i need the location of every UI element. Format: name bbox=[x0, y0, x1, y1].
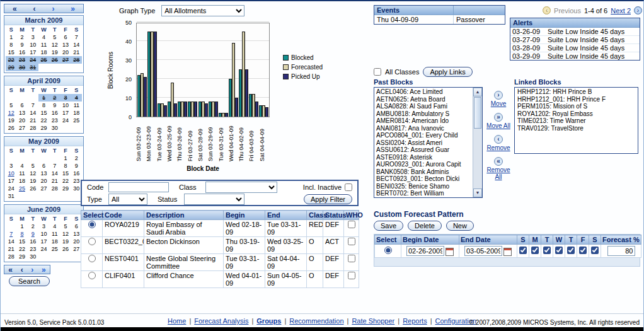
last-page-icon[interactable]: » bbox=[71, 5, 75, 13]
past-block-item[interactable]: ANAI0817: Ana Ivanovic bbox=[375, 125, 472, 132]
blocks-table-header[interactable]: Code bbox=[103, 211, 144, 220]
calendar-day[interactable]: 17 bbox=[6, 177, 16, 185]
linked-block-item[interactable]: PERM1015: Mission of S bbox=[516, 103, 636, 110]
past-block-item[interactable]: BERT0702: Bert William bbox=[375, 190, 472, 197]
calendar-day[interactable]: 11 bbox=[49, 230, 60, 238]
calendar-day[interactable]: 1 bbox=[60, 154, 71, 162]
calendar-day[interactable]: 15 bbox=[60, 170, 71, 177]
search-button[interactable]: Search bbox=[9, 276, 50, 286]
move-all-icon[interactable]: » bbox=[494, 113, 503, 122]
begin-date-input[interactable] bbox=[406, 246, 444, 256]
calendar-day[interactable]: 29 bbox=[16, 253, 27, 260]
calendar-day[interactable]: 10 bbox=[38, 230, 49, 238]
calendar-day[interactable]: 25 bbox=[71, 117, 82, 124]
calendar-day[interactable]: 24 bbox=[6, 185, 16, 192]
calendar-day[interactable]: 11 bbox=[16, 170, 27, 177]
block-select-radio[interactable] bbox=[88, 255, 96, 262]
past-block-item[interactable]: AMER0814: American Ido bbox=[375, 117, 472, 125]
first-page-icon[interactable]: « bbox=[13, 5, 17, 13]
forecast-pct-input[interactable] bbox=[607, 246, 635, 256]
calendar-day[interactable]: 8 bbox=[16, 230, 27, 238]
day-checkbox-thu[interactable] bbox=[567, 247, 575, 254]
next-month-icon[interactable]: › bbox=[52, 5, 54, 13]
new-button[interactable]: New bbox=[446, 221, 474, 231]
next-month-icon[interactable]: › bbox=[31, 266, 33, 274]
past-block-item[interactable]: BANK0508: Bank Adminis bbox=[375, 168, 472, 176]
footer-link-groups[interactable]: Groups bbox=[256, 317, 281, 325]
block-select-radio[interactable] bbox=[88, 272, 96, 279]
scroll-thumb[interactable] bbox=[474, 97, 481, 129]
remove-link[interactable]: Remove bbox=[483, 144, 514, 151]
who-checkbox[interactable] bbox=[348, 221, 355, 228]
calendar-day[interactable]: 5 bbox=[6, 102, 16, 109]
move-icon[interactable]: › bbox=[494, 91, 503, 100]
next-page-icon[interactable]: › bbox=[634, 6, 642, 15]
calendar-day[interactable]: 10 bbox=[60, 102, 71, 109]
past-block-item[interactable]: ACEL0406: Ace Limited bbox=[375, 88, 472, 96]
past-block-item[interactable]: AMBU0818: Ambulatory S bbox=[375, 110, 472, 118]
calendar-day[interactable]: 24 bbox=[38, 245, 49, 253]
blocks-table-header[interactable]: Status bbox=[323, 211, 344, 220]
who-checkbox[interactable] bbox=[348, 255, 355, 262]
calendar-day[interactable]: 4 bbox=[49, 223, 60, 230]
all-classes-checkbox[interactable] bbox=[374, 68, 381, 76]
type-select[interactable]: All bbox=[108, 194, 147, 205]
calendar-day[interactable]: 16 bbox=[28, 238, 38, 245]
calendar-day[interactable]: 30 bbox=[28, 253, 38, 260]
calendar-day[interactable]: 30 bbox=[49, 124, 60, 132]
move-all-link[interactable]: Move All bbox=[483, 122, 514, 129]
calendar-picker-icon[interactable] bbox=[503, 248, 512, 256]
calendar-day[interactable]: 18 bbox=[71, 109, 82, 117]
last-page-icon[interactable]: » bbox=[42, 266, 46, 274]
blocks-table-header[interactable]: Begin bbox=[224, 211, 265, 220]
calendar-day[interactable]: 10 bbox=[6, 170, 16, 177]
calendar-day[interactable]: 6 bbox=[60, 33, 71, 41]
calendar-day[interactable]: 27 bbox=[16, 124, 27, 132]
calendar-day[interactable]: 10 bbox=[28, 41, 38, 49]
calendar-day[interactable]: 27 bbox=[38, 185, 49, 192]
calendar-picker-icon[interactable] bbox=[446, 248, 454, 256]
calendar-day[interactable]: 20 bbox=[60, 49, 71, 56]
calendar-day[interactable]: 2 bbox=[49, 94, 60, 102]
calendar-day[interactable]: 15 bbox=[6, 49, 16, 56]
calendar-day[interactable]: 23 bbox=[49, 117, 60, 124]
calendar-day[interactable]: 19 bbox=[60, 238, 71, 245]
day-checkbox-fri[interactable] bbox=[579, 247, 587, 254]
previous-label[interactable]: Previous bbox=[554, 7, 581, 15]
who-checkbox[interactable] bbox=[348, 238, 355, 245]
calendar-day[interactable]: 1 bbox=[38, 94, 49, 102]
first-page-icon[interactable]: « bbox=[8, 266, 13, 274]
calendar-day[interactable]: 8 bbox=[6, 41, 16, 49]
calendar-day[interactable]: 15 bbox=[16, 238, 27, 245]
calendar-day[interactable]: 3 bbox=[6, 162, 16, 170]
class-select[interactable] bbox=[205, 182, 277, 193]
calendar-day[interactable]: 20 bbox=[38, 177, 49, 185]
blocks-table-header[interactable]: Class bbox=[307, 211, 323, 220]
calendar-day[interactable]: 15 bbox=[38, 109, 49, 117]
calendar-day[interactable]: 28 bbox=[71, 56, 82, 64]
past-block-item[interactable]: BENI0325: Benice Shamo bbox=[375, 183, 472, 190]
block-select-radio[interactable] bbox=[88, 221, 96, 228]
forecast-select-radio[interactable] bbox=[384, 247, 392, 254]
calendar-day[interactable]: 26 bbox=[6, 124, 16, 132]
calendar-day[interactable]: 7 bbox=[6, 230, 16, 238]
past-blocks-scrollbar[interactable]: ▲ ▼ bbox=[473, 88, 482, 197]
past-block-item[interactable]: ALSA0828: Al Saud Fami bbox=[375, 103, 472, 110]
calendar-day[interactable]: 13 bbox=[60, 41, 71, 49]
calendar-day[interactable]: 16 bbox=[16, 49, 27, 56]
day-checkbox-sat[interactable] bbox=[591, 247, 599, 254]
blocks-table-header[interactable]: Description bbox=[144, 211, 224, 220]
calendar-day[interactable]: 9 bbox=[16, 41, 27, 49]
linked-block-item[interactable]: ROYA1202: Royal Embass bbox=[516, 110, 636, 118]
calendar-day[interactable]: 19 bbox=[28, 177, 38, 185]
calendar-day[interactable]: 30 bbox=[16, 64, 27, 71]
delete-button[interactable]: Delete bbox=[408, 221, 442, 231]
footer-link-home[interactable]: Home bbox=[168, 317, 186, 325]
calendar-day[interactable]: 6 bbox=[16, 102, 27, 109]
past-blocks-listbox[interactable]: ACEL0406: Ace LimitedAETN0625: Aetna Boa… bbox=[374, 87, 483, 198]
remove-all-link[interactable]: Remove All bbox=[483, 166, 514, 180]
calendar-day[interactable]: 12 bbox=[49, 41, 60, 49]
apply-links-button[interactable]: Apply Links bbox=[423, 67, 472, 77]
end-date-input[interactable] bbox=[464, 246, 502, 256]
scroll-track[interactable] bbox=[473, 96, 482, 189]
